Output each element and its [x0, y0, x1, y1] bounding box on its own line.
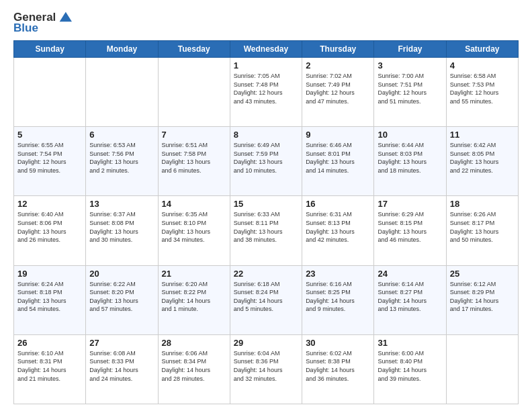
day-number: 10 [378, 130, 442, 140]
logo-icon [57, 9, 72, 24]
day-number: 9 [306, 130, 370, 140]
day-number: 21 [162, 269, 226, 279]
day-number: 25 [450, 269, 515, 279]
day-number: 27 [89, 338, 154, 348]
calendar-week-row: 5Sunrise: 6:55 AM Sunset: 7:54 PM Daylig… [14, 127, 519, 196]
calendar-week-row: 26Sunrise: 6:10 AM Sunset: 8:31 PM Dayli… [14, 334, 519, 404]
day-of-week-header: Thursday [302, 41, 374, 58]
day-info: Sunrise: 6:40 AM Sunset: 8:06 PM Dayligh… [17, 210, 82, 244]
day-number: 17 [378, 199, 442, 209]
day-number: 28 [162, 338, 226, 348]
day-info: Sunrise: 6:51 AM Sunset: 7:58 PM Dayligh… [162, 141, 226, 175]
day-info: Sunrise: 6:02 AM Sunset: 8:38 PM Dayligh… [306, 349, 370, 383]
day-info: Sunrise: 6:12 AM Sunset: 8:29 PM Dayligh… [450, 280, 515, 314]
day-info: Sunrise: 6:26 AM Sunset: 8:17 PM Dayligh… [450, 210, 515, 244]
logo: General Blue [13, 11, 72, 35]
day-info: Sunrise: 6:24 AM Sunset: 8:18 PM Dayligh… [17, 280, 82, 314]
calendar-cell: 20Sunrise: 6:22 AM Sunset: 8:20 PM Dayli… [86, 265, 158, 334]
day-number: 19 [17, 269, 82, 279]
calendar-cell: 17Sunrise: 6:29 AM Sunset: 8:15 PM Dayli… [374, 196, 446, 265]
day-info: Sunrise: 6:22 AM Sunset: 8:20 PM Dayligh… [89, 280, 154, 314]
day-info: Sunrise: 6:53 AM Sunset: 7:56 PM Dayligh… [89, 141, 154, 175]
day-info: Sunrise: 6:31 AM Sunset: 8:13 PM Dayligh… [306, 210, 370, 244]
calendar-cell: 8Sunrise: 6:49 AM Sunset: 7:59 PM Daylig… [230, 127, 302, 196]
day-number: 24 [378, 269, 442, 279]
calendar-cell: 9Sunrise: 6:46 AM Sunset: 8:01 PM Daylig… [302, 127, 374, 196]
calendar-cell: 13Sunrise: 6:37 AM Sunset: 8:08 PM Dayli… [86, 196, 158, 265]
calendar-cell: 30Sunrise: 6:02 AM Sunset: 8:38 PM Dayli… [302, 334, 374, 404]
calendar-cell: 27Sunrise: 6:08 AM Sunset: 8:33 PM Dayli… [86, 334, 158, 404]
day-info: Sunrise: 6:58 AM Sunset: 7:53 PM Dayligh… [450, 72, 515, 105]
page-header: General Blue [13, 11, 519, 35]
calendar-table: SundayMondayTuesdayWednesdayThursdayFrid… [13, 40, 519, 404]
day-info: Sunrise: 6:08 AM Sunset: 8:33 PM Dayligh… [89, 349, 154, 383]
calendar-cell: 5Sunrise: 6:55 AM Sunset: 7:54 PM Daylig… [14, 127, 86, 196]
day-info: Sunrise: 6:18 AM Sunset: 8:24 PM Dayligh… [234, 280, 298, 314]
calendar-cell: 31Sunrise: 6:00 AM Sunset: 8:40 PM Dayli… [374, 334, 446, 404]
calendar-cell: 24Sunrise: 6:14 AM Sunset: 8:27 PM Dayli… [374, 265, 446, 334]
day-info: Sunrise: 7:05 AM Sunset: 7:48 PM Dayligh… [234, 72, 298, 105]
calendar-header-row: SundayMondayTuesdayWednesdayThursdayFrid… [14, 41, 519, 58]
day-number: 23 [306, 269, 370, 279]
day-number: 20 [89, 269, 154, 279]
day-info: Sunrise: 6:10 AM Sunset: 8:31 PM Dayligh… [17, 349, 82, 383]
day-number: 3 [378, 60, 442, 71]
day-number: 29 [234, 338, 298, 348]
calendar-week-row: 1Sunrise: 7:05 AM Sunset: 7:48 PM Daylig… [14, 58, 519, 127]
day-number: 11 [450, 130, 515, 140]
calendar-cell: 16Sunrise: 6:31 AM Sunset: 8:13 PM Dayli… [302, 196, 374, 265]
calendar-week-row: 19Sunrise: 6:24 AM Sunset: 8:18 PM Dayli… [14, 265, 519, 334]
day-number: 8 [234, 130, 298, 140]
calendar-cell: 23Sunrise: 6:16 AM Sunset: 8:25 PM Dayli… [302, 265, 374, 334]
day-number: 18 [450, 199, 515, 209]
calendar-cell: 19Sunrise: 6:24 AM Sunset: 8:18 PM Dayli… [14, 265, 86, 334]
day-info: Sunrise: 6:44 AM Sunset: 8:03 PM Dayligh… [378, 141, 442, 175]
calendar-cell [446, 334, 518, 404]
day-number: 14 [162, 199, 226, 209]
day-number: 2 [306, 60, 370, 71]
calendar-cell: 22Sunrise: 6:18 AM Sunset: 8:24 PM Dayli… [230, 265, 302, 334]
calendar-cell: 6Sunrise: 6:53 AM Sunset: 7:56 PM Daylig… [86, 127, 158, 196]
day-info: Sunrise: 6:00 AM Sunset: 8:40 PM Dayligh… [378, 349, 442, 383]
calendar-cell [86, 58, 158, 127]
calendar-cell: 21Sunrise: 6:20 AM Sunset: 8:22 PM Dayli… [158, 265, 230, 334]
day-info: Sunrise: 7:02 AM Sunset: 7:49 PM Dayligh… [306, 72, 370, 105]
day-info: Sunrise: 6:55 AM Sunset: 7:54 PM Dayligh… [17, 141, 82, 175]
calendar-week-row: 12Sunrise: 6:40 AM Sunset: 8:06 PM Dayli… [14, 196, 519, 265]
calendar-cell: 3Sunrise: 7:00 AM Sunset: 7:51 PM Daylig… [374, 58, 446, 127]
calendar-cell [14, 58, 86, 127]
calendar-cell: 29Sunrise: 6:04 AM Sunset: 8:36 PM Dayli… [230, 334, 302, 404]
day-info: Sunrise: 6:35 AM Sunset: 8:10 PM Dayligh… [162, 210, 226, 244]
calendar-cell: 25Sunrise: 6:12 AM Sunset: 8:29 PM Dayli… [446, 265, 518, 334]
calendar-cell: 12Sunrise: 6:40 AM Sunset: 8:06 PM Dayli… [14, 196, 86, 265]
day-of-week-header: Tuesday [158, 41, 230, 58]
day-of-week-header: Wednesday [230, 41, 302, 58]
svg-marker-0 [60, 12, 72, 22]
day-info: Sunrise: 6:16 AM Sunset: 8:25 PM Dayligh… [306, 280, 370, 314]
calendar-cell: 4Sunrise: 6:58 AM Sunset: 7:53 PM Daylig… [446, 58, 518, 127]
day-of-week-header: Saturday [446, 41, 518, 58]
day-number: 12 [17, 199, 82, 209]
day-info: Sunrise: 7:00 AM Sunset: 7:51 PM Dayligh… [378, 72, 442, 105]
day-number: 13 [89, 199, 154, 209]
calendar-cell: 2Sunrise: 7:02 AM Sunset: 7:49 PM Daylig… [302, 58, 374, 127]
day-of-week-header: Monday [86, 41, 158, 58]
day-number: 5 [17, 130, 82, 140]
day-info: Sunrise: 6:49 AM Sunset: 7:59 PM Dayligh… [234, 141, 298, 175]
calendar-cell: 14Sunrise: 6:35 AM Sunset: 8:10 PM Dayli… [158, 196, 230, 265]
day-number: 15 [234, 199, 298, 209]
day-number: 26 [17, 338, 82, 348]
calendar-cell: 18Sunrise: 6:26 AM Sunset: 8:17 PM Dayli… [446, 196, 518, 265]
day-of-week-header: Friday [374, 41, 446, 58]
day-info: Sunrise: 6:46 AM Sunset: 8:01 PM Dayligh… [306, 141, 370, 175]
day-number: 4 [450, 60, 515, 71]
day-number: 6 [89, 130, 154, 140]
day-info: Sunrise: 6:14 AM Sunset: 8:27 PM Dayligh… [378, 280, 442, 314]
calendar-cell: 10Sunrise: 6:44 AM Sunset: 8:03 PM Dayli… [374, 127, 446, 196]
day-info: Sunrise: 6:06 AM Sunset: 8:34 PM Dayligh… [162, 349, 226, 383]
day-number: 16 [306, 199, 370, 209]
day-info: Sunrise: 6:04 AM Sunset: 8:36 PM Dayligh… [234, 349, 298, 383]
calendar-cell: 15Sunrise: 6:33 AM Sunset: 8:11 PM Dayli… [230, 196, 302, 265]
day-of-week-header: Sunday [14, 41, 86, 58]
calendar-cell: 28Sunrise: 6:06 AM Sunset: 8:34 PM Dayli… [158, 334, 230, 404]
